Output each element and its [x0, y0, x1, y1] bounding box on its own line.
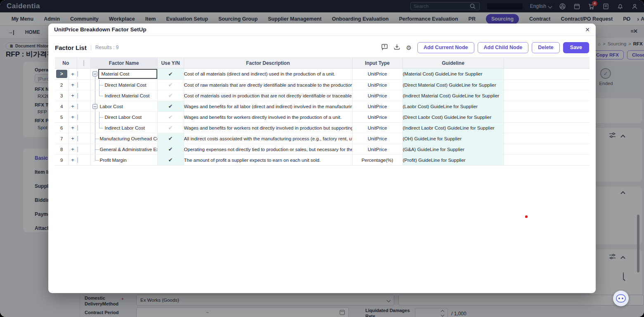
col-use: Use Y/N: [157, 58, 184, 69]
empty-cell: [504, 80, 590, 90]
factor-name-cell[interactable]: Direct Labor Cost: [90, 112, 157, 123]
add-row-icon[interactable]: +: [69, 69, 77, 80]
modal-toolbar: Factor List Results : 9 ⚙ Add Current No…: [55, 42, 589, 53]
save-button[interactable]: Save: [563, 42, 589, 53]
guideline-cell[interactable]: (G&A) GuideLine for Supplier: [402, 144, 504, 155]
factor-name-cell[interactable]: Material Cost: [90, 69, 157, 80]
guideline-cell[interactable]: (Profit) GuideLine for Supplier: [402, 155, 504, 166]
use-checkmark-icon[interactable]: ✔: [168, 125, 173, 131]
factor-name-cell[interactable]: Manufacturing Overhead Cost: [90, 133, 157, 144]
use-checkmark-icon[interactable]: ✔: [168, 71, 173, 77]
row-checkbox[interactable]: [77, 136, 78, 142]
use-checkmark-icon[interactable]: ✔: [168, 114, 173, 120]
factor-name-cell[interactable]: Direct Material Cost: [90, 80, 157, 90]
select-all-checkbox[interactable]: [83, 60, 84, 66]
factor-name-cell[interactable]: Indirect Labor Cost: [90, 123, 157, 133]
add-row-icon[interactable]: +: [69, 101, 77, 112]
row-checkbox[interactable]: [77, 125, 78, 131]
add-row-icon[interactable]: +: [69, 90, 77, 101]
row-checkbox[interactable]: [77, 71, 78, 77]
delete-button[interactable]: Delete: [532, 42, 560, 53]
selected-row-indicator: >: [56, 70, 67, 78]
row-checkbox[interactable]: [77, 147, 78, 152]
factor-name-cell[interactable]: Labor Cost: [90, 101, 157, 112]
tree-collapse-icon[interactable]: [92, 71, 97, 76]
row-checkbox[interactable]: [77, 82, 78, 88]
results-count: Results : 9: [95, 45, 119, 50]
factor-name-text: Direct Material Cost: [105, 80, 157, 90]
input-type-cell[interactable]: Percentage(%): [352, 155, 402, 166]
add-current-node-button[interactable]: Add Current Node: [417, 42, 474, 53]
add-row-icon[interactable]: +: [69, 133, 77, 144]
guideline-cell[interactable]: (Direct Material Cost) GuideLine for Sup…: [402, 80, 504, 90]
download-icon[interactable]: [393, 43, 400, 52]
factor-description-cell[interactable]: The amount of profit a supplier expects …: [184, 155, 352, 166]
factor-name-text: Profit Margin: [100, 155, 157, 165]
factor-row-7[interactable]: 7+Manufacturing Overhead Cost✔All indire…: [55, 133, 590, 144]
factor-name-cell[interactable]: Indirect Material Cost: [90, 90, 157, 101]
factor-description-cell[interactable]: Cost of materials used in production tha…: [184, 90, 352, 101]
factor-row-6[interactable]: 6+Indirect Labor Cost✔Wages and benefits…: [55, 123, 590, 133]
input-type-cell[interactable]: UnitPrice: [352, 123, 402, 133]
factor-name-text: Labor Cost: [100, 101, 157, 111]
row-checkbox[interactable]: [77, 104, 78, 109]
tooltip-icon[interactable]: [381, 43, 388, 52]
use-checkmark-icon[interactable]: ✔: [168, 103, 173, 109]
use-checkmark-icon[interactable]: ✔: [168, 157, 173, 163]
app-screen: Caidentia English 4 ☆ My MenuAdminCommun…: [0, 0, 644, 317]
input-type-cell[interactable]: UnitPrice: [352, 101, 402, 112]
factor-name-edit-input[interactable]: Material Cost: [98, 69, 157, 79]
factor-row-8[interactable]: 8+General & Administrative Expe✔Operatin…: [55, 144, 590, 155]
guideline-cell[interactable]: (Material Cost) GuideLine for Supplier: [402, 69, 504, 80]
factor-row-9[interactable]: 9+Profit Margin✔The amount of profit a s…: [55, 155, 590, 166]
add-row-icon[interactable]: +: [69, 155, 77, 166]
input-type-cell[interactable]: UnitPrice: [352, 80, 402, 90]
factor-description-cell[interactable]: All indirect costs associated with the m…: [184, 133, 352, 144]
input-type-cell[interactable]: UnitPrice: [352, 112, 402, 123]
chatbot-button[interactable]: [613, 291, 629, 306]
guideline-cell[interactable]: (Indirect Laobr Cost) GuideLine for Supp…: [402, 123, 504, 133]
factor-name-cell[interactable]: Profit Margin: [90, 155, 157, 166]
settings-gear-icon[interactable]: ⚙: [406, 44, 411, 51]
guideline-cell[interactable]: (Indirect Material Cost) GuideLine for S…: [402, 90, 504, 101]
use-checkmark-icon[interactable]: ✔: [168, 135, 173, 142]
guideline-cell[interactable]: (Laobr Cost) GuideLine for Supplier: [402, 101, 504, 112]
row-checkbox[interactable]: [77, 93, 78, 99]
empty-cell: [504, 69, 590, 80]
input-type-cell[interactable]: UnitPrice: [352, 69, 402, 80]
guideline-cell[interactable]: (Direct Laobr Cost) GuideLine for Suppli…: [402, 112, 504, 123]
add-child-node-button[interactable]: Add Child Node: [478, 42, 529, 53]
add-row-icon[interactable]: +: [69, 144, 77, 155]
guideline-cell[interactable]: (OH) GuideLine for Supplier: [402, 133, 504, 144]
factor-table: No Factor Name Use Y/N Factor Descriptio…: [55, 57, 590, 166]
col-no: No: [55, 58, 77, 69]
factor-row-2[interactable]: 2+Direct Material Cost✔Cost of raw mater…: [55, 80, 590, 90]
use-checkmark-icon[interactable]: ✔: [168, 82, 173, 88]
row-checkbox[interactable]: [77, 114, 78, 120]
tree-collapse-icon[interactable]: [92, 104, 97, 109]
factor-name-cell[interactable]: General & Administrative Expe: [90, 144, 157, 155]
add-row-icon[interactable]: +: [69, 123, 77, 133]
close-icon[interactable]: ✕: [585, 26, 590, 33]
factor-description-cell[interactable]: Cost of raw materials that are directly …: [184, 80, 352, 90]
factor-description-cell[interactable]: Operating expenses not directly tied to …: [184, 144, 352, 155]
empty-cell: [504, 144, 590, 155]
factor-row-5[interactable]: 5+Direct Labor Cost✔Wages and benefits f…: [55, 112, 590, 123]
factor-row-4[interactable]: 4+Labor Cost✔Wages and benefits for all …: [55, 101, 590, 112]
factor-description-cell[interactable]: Cost of all materials (direct and indire…: [184, 69, 352, 80]
input-type-cell[interactable]: UnitPrice: [352, 133, 402, 144]
add-row-icon[interactable]: +: [69, 80, 77, 90]
input-type-cell[interactable]: UnitPrice: [352, 90, 402, 101]
use-checkmark-icon[interactable]: ✔: [168, 92, 173, 99]
factor-description-cell[interactable]: Wages and benefits for workers directly …: [184, 112, 352, 123]
factor-row-3[interactable]: 3+Indirect Material Cost✔Cost of materia…: [55, 90, 590, 101]
factor-description-cell[interactable]: Wages and benefits for all labor (direct…: [184, 101, 352, 112]
factor-row-1[interactable]: >+Material Cost✔Cost of all materials (d…: [55, 69, 590, 80]
use-checkmark-icon[interactable]: ✔: [168, 146, 173, 152]
input-type-cell[interactable]: UnitPrice: [352, 144, 402, 155]
empty-cell: [504, 101, 590, 112]
add-row-icon[interactable]: +: [69, 112, 77, 123]
row-checkbox[interactable]: [77, 157, 78, 163]
factor-description-cell[interactable]: Wages and benefits for workers not direc…: [184, 123, 352, 133]
col-input-type: Input Type: [352, 58, 402, 69]
